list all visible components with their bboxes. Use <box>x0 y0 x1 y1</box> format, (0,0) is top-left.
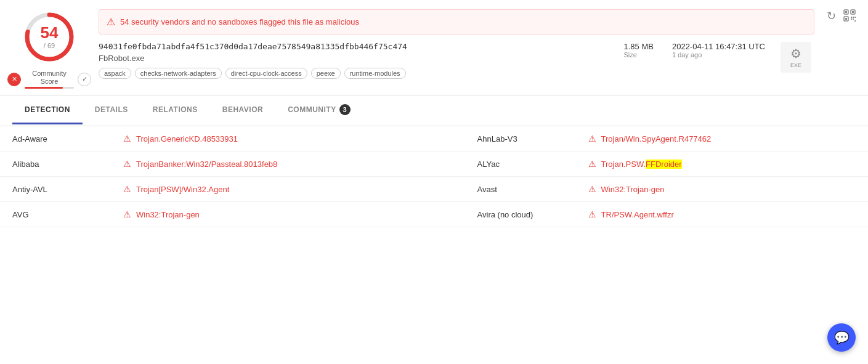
vendor-name: ALYac <box>465 152 576 177</box>
file-hash: 94031fe0fbda71abdfa4f51c370d0da17deae757… <box>99 42 612 51</box>
svg-rect-11 <box>851 18 852 20</box>
detection-result: ⚠Win32:Trojan-gen <box>576 177 868 202</box>
threat-icon: ⚠ <box>588 134 596 144</box>
threat-name: Win32:Trojan-gen <box>601 185 665 194</box>
detection-result: ⚠Trojan.PSW.FFDroider <box>576 152 868 177</box>
threat-name: Win32:Trojan-gen <box>136 210 200 219</box>
threat-icon: ⚠ <box>123 159 131 169</box>
tag: direct-cpu-clock-access <box>225 68 307 79</box>
vendor-name: Antiy-AVL <box>0 177 111 202</box>
score-circle: 54 / 69 <box>22 9 77 65</box>
alert-text: 54 security vendors and no sandboxes fla… <box>120 17 359 26</box>
tab-details[interactable]: DETAILS <box>83 97 140 124</box>
vendor-name: Avast <box>465 177 576 202</box>
threat-icon: ⚠ <box>588 159 596 169</box>
alert-banner: ⚠ 54 security vendors and no sandboxes f… <box>99 9 814 34</box>
file-date: 2022-04-11 16:47:31 UTC <box>672 42 765 51</box>
file-size-label: Size <box>624 51 654 59</box>
detection-result: ⚠Trojan/Win.SpyAgent.R477462 <box>576 126 868 152</box>
svg-rect-3 <box>845 11 847 13</box>
svg-rect-8 <box>851 17 852 18</box>
exe-gears-icon: ⚙ <box>790 46 801 61</box>
top-right-icons: ↻ <box>827 6 856 89</box>
community-score-row: ✕ Community Score ✓ <box>7 70 91 89</box>
svg-rect-13 <box>854 20 856 22</box>
detection-result: ⚠TR/PSW.Agent.wffzr <box>576 202 868 227</box>
detection-result: ⚠Trojan[PSW]/Win32.Agent <box>111 177 465 202</box>
threat-name: Trojan.PSW.FFDroider <box>601 160 682 169</box>
vendor-name: Avira (no cloud) <box>465 202 576 227</box>
threat-name: TrojanBanker:Win32/Passteal.8013feb8 <box>136 160 277 169</box>
tag: peexe <box>311 68 341 79</box>
tab-relations[interactable]: RELATIONS <box>140 97 210 124</box>
refresh-button[interactable]: ↻ <box>827 9 836 23</box>
svg-rect-5 <box>852 11 854 13</box>
tab-community[interactable]: COMMUNITY3 <box>275 95 363 126</box>
vendor-name: AhnLab-V3 <box>465 126 576 152</box>
tab-behavior[interactable]: BEHAVIOR <box>210 97 275 124</box>
tag: checks-network-adapters <box>135 68 222 79</box>
threat-icon: ⚠ <box>123 209 131 219</box>
threat-name: Trojan/Win.SpyAgent.R477462 <box>601 134 712 144</box>
file-date-item: 2022-04-11 16:47:31 UTC 1 day ago <box>672 42 765 59</box>
threat-icon: ⚠ <box>588 209 596 219</box>
detection-result: ⚠Win32:Trojan-gen <box>111 202 465 227</box>
tabs-container: DETECTIONDETAILSRELATIONSBEHAVIORCOMMUNI… <box>0 95 868 126</box>
vote-clean-button[interactable]: ✓ <box>78 73 91 86</box>
threat-icon: ⚠ <box>588 184 596 194</box>
file-info-row: 94031fe0fbda71abdfa4f51c370d0da17deae757… <box>99 42 814 79</box>
header-alert-section: ⚠ 54 security vendors and no sandboxes f… <box>99 6 814 89</box>
table-row: Ad-Aware⚠Trojan.GenericKD.48533931AhnLab… <box>0 126 868 152</box>
exe-icon-container: ⚙ EXE <box>777 42 814 73</box>
svg-rect-12 <box>853 18 854 20</box>
qr-button[interactable] <box>843 9 856 25</box>
exe-label: EXE <box>790 62 801 68</box>
file-meta: 1.85 MB Size 2022-04-11 16:47:31 UTC 1 d… <box>624 42 765 59</box>
alert-icon: ⚠ <box>107 16 115 28</box>
tab-detection[interactable]: DETECTION <box>12 97 83 124</box>
table-row: AVG⚠Win32:Trojan-genAvira (no cloud)⚠TR/… <box>0 202 868 227</box>
top-section: 54 / 69 ✕ Community Score ✓ ⚠ 54 securit… <box>0 0 868 95</box>
threat-name: Trojan.GenericKD.48533931 <box>136 134 238 144</box>
threat-icon: ⚠ <box>123 184 131 194</box>
table-row: Alibaba⚠TrojanBanker:Win32/Passteal.8013… <box>0 152 868 177</box>
vote-malicious-button[interactable]: ✕ <box>7 73 21 86</box>
detection-table: Ad-Aware⚠Trojan.GenericKD.48533931AhnLab… <box>0 126 868 227</box>
threat-name: Trojan[PSW]/Win32.Agent <box>136 185 229 194</box>
exe-icon: ⚙ EXE <box>781 42 811 73</box>
tab-community-badge: 3 <box>339 104 351 115</box>
threat-icon: ⚠ <box>123 134 131 144</box>
vendor-name: Ad-Aware <box>0 126 111 152</box>
score-container: 54 / 69 ✕ Community Score ✓ <box>12 6 86 89</box>
svg-rect-7 <box>845 18 847 20</box>
svg-rect-9 <box>853 17 854 18</box>
score-value: 54 <box>41 25 59 41</box>
file-size-item: 1.85 MB Size <box>624 42 654 59</box>
file-size-value: 1.85 MB <box>624 42 654 51</box>
table-row: Antiy-AVL⚠Trojan[PSW]/Win32.AgentAvast⚠W… <box>0 177 868 202</box>
vendor-name: AVG <box>0 202 111 227</box>
file-hash-name: 94031fe0fbda71abdfa4f51c370d0da17deae757… <box>99 42 612 79</box>
detection-result: ⚠Trojan.GenericKD.48533931 <box>111 126 465 152</box>
vote-bar <box>25 87 74 89</box>
vendor-name: Alibaba <box>0 152 111 177</box>
file-name: FbRobot.exe <box>99 54 612 63</box>
community-score-label-container: Community Score <box>25 70 74 89</box>
svg-rect-10 <box>854 17 856 18</box>
threat-name: TR/PSW.Agent.wffzr <box>601 210 674 219</box>
score-total: / 69 <box>44 42 55 49</box>
community-score-label: Community Score <box>25 70 74 86</box>
tags-row: aspackchecks-network-adaptersdirect-cpu-… <box>99 68 612 79</box>
vote-bar-fill <box>25 87 63 89</box>
tag: aspack <box>99 68 131 79</box>
detection-result: ⚠TrojanBanker:Win32/Passteal.8013feb8 <box>111 152 465 177</box>
tag: runtime-modules <box>344 68 406 79</box>
file-date-ago: 1 day ago <box>672 51 765 59</box>
